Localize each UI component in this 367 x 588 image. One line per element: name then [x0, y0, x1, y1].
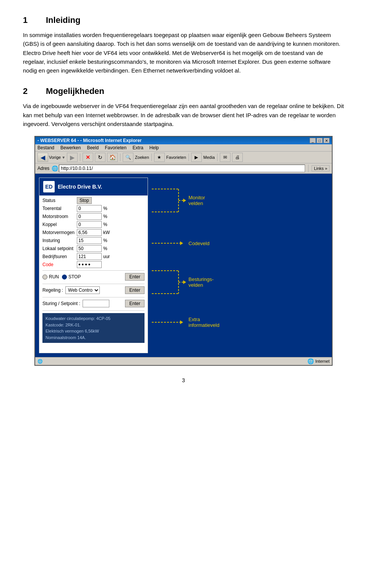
section-2-number: 2 [23, 86, 34, 96]
back-button[interactable]: ◀ [37, 153, 48, 162]
menu-extra[interactable]: Extra [133, 145, 143, 150]
toolbar-separator-3 [151, 153, 152, 161]
motorvermogen-input[interactable] [77, 229, 102, 236]
form-divider-1 [42, 270, 145, 271]
sturing-row: Sturing / Setpoint : Enter [42, 300, 145, 307]
run-stop-enter-button[interactable]: Enter [125, 273, 145, 281]
browser-title-text: - WEBSERVER 64 - - Microsoft Internet Ex… [37, 138, 142, 143]
menu-bewerken[interactable]: Bewerken [60, 145, 81, 150]
form-header: ED Electro Drive B.V. [39, 178, 148, 195]
status-value: Stop [77, 197, 92, 204]
print-button[interactable]: 🖨 [232, 153, 243, 162]
bedrijfsuren-unit: uur [103, 254, 110, 259]
run-label: RUN [49, 274, 59, 279]
bedrijfsuren-input[interactable] [77, 253, 102, 260]
browser-menubar: Bestand Bewerken Beeld Favorieten Extra … [35, 144, 332, 152]
svg-marker-11 [183, 280, 186, 284]
section-2: 2 Mogelijkheden Via de ingebouwde webser… [23, 86, 344, 128]
koppel-input[interactable] [77, 221, 102, 228]
mail-button[interactable]: ✉ [220, 153, 231, 162]
svg-marker-6 [180, 241, 183, 245]
section-1-number: 1 [23, 15, 34, 25]
code-row: Code [42, 261, 145, 268]
search-button[interactable]: 🔍 [123, 153, 133, 162]
media-label: Media [203, 155, 215, 160]
form-panel: ED Electro Drive B.V. Status Stop Toeren… [39, 178, 148, 353]
section-1-title: Inleiding [46, 15, 80, 25]
extra-informatieveld-annotation: Extra informatieveld [152, 317, 328, 328]
menu-beeld[interactable]: Beeld [87, 145, 99, 150]
insturing-unit: % [103, 238, 107, 243]
monitor-velden-arrow [152, 185, 186, 216]
motorvermogen-row: Motorvermogen kW [42, 229, 145, 236]
monitor-velden-label: Monitor velden [188, 195, 205, 206]
section-2-title: Mogelijkheden [46, 86, 104, 96]
page-number: 3 [23, 377, 344, 383]
status-label: Status [42, 198, 77, 203]
section-2-text: Via de ingebouwde webserver in de VF64 f… [23, 102, 344, 128]
run-radio[interactable] [42, 275, 47, 279]
svg-marker-4 [183, 199, 186, 202]
browser-content: ED Electro Drive B.V. Status Stop Toeren… [35, 174, 332, 357]
stop-radio-group: STOP [62, 274, 81, 279]
form-divider-3 [42, 297, 145, 297]
sturing-label: Sturing / Setpoint : [42, 301, 80, 306]
close-button[interactable]: ✕ [323, 138, 330, 143]
codeveld-arrow [152, 239, 186, 248]
form-divider-2 [42, 284, 145, 284]
regeling-select[interactable]: Web Control [65, 286, 100, 294]
toerental-label: Toerental [42, 206, 77, 211]
forward-button[interactable]: ▶ [67, 153, 78, 162]
address-icon: 🌐 [52, 165, 58, 171]
maximize-button[interactable]: □ [317, 138, 323, 143]
home-button[interactable]: 🏠 [107, 153, 118, 162]
minimize-button[interactable]: _ [310, 138, 316, 143]
favorites-label: Favorieten [166, 155, 186, 160]
browser-titlebar: - WEBSERVER 64 - - Microsoft Internet Ex… [35, 137, 332, 144]
sturing-input[interactable] [83, 300, 109, 307]
browser-toolbar: ◀ Vorige ▼ ▶ ✕ ↻ 🏠 🔍 Zoeken ★ Favorieten… [35, 152, 332, 163]
statusbar-zone: 🌐 Internet [307, 358, 330, 364]
lokaal-setpoint-label: Lokaal setpoint [42, 246, 77, 251]
stop-button[interactable]: ✕ [83, 153, 93, 162]
statusbar-zone-label: Internet [315, 359, 330, 363]
address-input[interactable] [59, 165, 305, 172]
motorvermogen-unit: kW [103, 230, 110, 235]
menu-help[interactable]: Help [149, 145, 159, 150]
refresh-button[interactable]: ↻ [95, 153, 106, 162]
browser-window-controls[interactable]: _ □ ✕ [310, 138, 330, 143]
links-button[interactable]: Links » [312, 165, 330, 171]
toerental-row: Toerental % [42, 205, 145, 212]
statusbar-globe-icon: 🌐 [307, 358, 314, 364]
regeling-enter-button[interactable]: Enter [125, 286, 145, 294]
lokaal-setpoint-input[interactable] [77, 245, 102, 252]
sturing-enter-button[interactable]: Enter [125, 300, 145, 307]
browser-addressbar: Adres 🌐 Links » [35, 163, 332, 174]
insturing-input[interactable] [77, 237, 102, 244]
motorstroom-input[interactable] [77, 213, 102, 220]
menu-bestand[interactable]: Bestand [37, 145, 54, 150]
toolbar-separator-2 [120, 153, 120, 161]
media-button[interactable]: ▶ [191, 153, 202, 162]
bedrijfsuren-row: Bedrijfsuren uur [42, 253, 145, 260]
codeveld-label: Codeveld [188, 241, 209, 246]
info-line-2: Kastcode: 2RK-01. [45, 322, 141, 328]
codeveld-annotation: Codeveld [152, 239, 328, 248]
menu-favorieten[interactable]: Favorieten [105, 145, 127, 150]
back-label: Vorige [49, 155, 61, 160]
code-input[interactable] [77, 261, 102, 268]
browser-screenshot: - WEBSERVER 64 - - Microsoft Internet Ex… [34, 136, 333, 366]
stop-radio[interactable] [62, 275, 67, 279]
besturings-velden-annotation: Besturings- velden [152, 267, 328, 297]
run-stop-row: RUN STOP Enter [42, 273, 145, 281]
back-arrow[interactable]: ▼ [62, 155, 65, 160]
toerental-input[interactable] [77, 205, 102, 212]
company-name: Electro Drive B.V. [58, 184, 102, 190]
favorites-icon[interactable]: ★ [154, 153, 165, 162]
lokaal-setpoint-unit: % [103, 246, 107, 251]
toolbar-separator-1 [80, 153, 80, 161]
section-1: 1 Inleiding In sommige installaties word… [23, 15, 344, 75]
search-label: Zoeken [135, 155, 149, 160]
koppel-row: Koppel % [42, 221, 145, 228]
section-1-text: In sommige installaties worden frequenti… [23, 31, 344, 75]
